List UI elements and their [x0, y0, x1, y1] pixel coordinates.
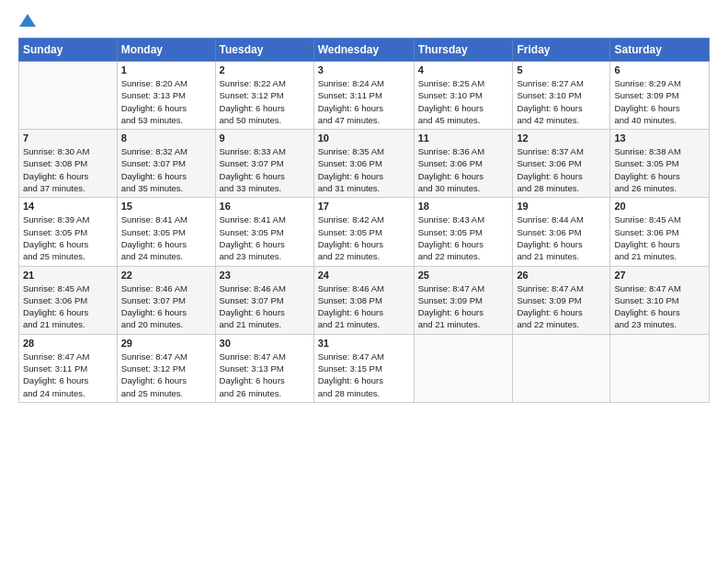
calendar-cell: 10Sunrise: 8:35 AMSunset: 3:06 PMDayligh…	[313, 130, 414, 198]
calendar-table: SundayMondayTuesdayWednesdayThursdayFrid…	[18, 38, 710, 403]
day-number: 19	[517, 201, 606, 212]
calendar-row-4: 28Sunrise: 8:47 AMSunset: 3:11 PMDayligh…	[19, 334, 710, 402]
day-info: Sunrise: 8:42 AMSunset: 3:05 PMDaylight:…	[318, 213, 410, 262]
calendar-cell: 30Sunrise: 8:47 AMSunset: 3:13 PMDayligh…	[215, 334, 313, 402]
day-info: Sunrise: 8:45 AMSunset: 3:06 PMDaylight:…	[23, 282, 113, 331]
header	[18, 17, 710, 29]
calendar-cell: 20Sunrise: 8:45 AMSunset: 3:06 PMDayligh…	[610, 198, 710, 266]
day-number: 29	[121, 338, 211, 349]
logo-icon	[19, 14, 36, 29]
calendar-cell: 25Sunrise: 8:47 AMSunset: 3:09 PMDayligh…	[414, 266, 513, 334]
calendar-cell: 12Sunrise: 8:37 AMSunset: 3:06 PMDayligh…	[513, 130, 610, 198]
day-info: Sunrise: 8:47 AMSunset: 3:10 PMDaylight:…	[614, 282, 705, 331]
calendar-cell: 8Sunrise: 8:32 AMSunset: 3:07 PMDaylight…	[117, 130, 215, 198]
col-header-sunday: Sunday	[19, 39, 118, 62]
calendar-cell: 21Sunrise: 8:45 AMSunset: 3:06 PMDayligh…	[19, 266, 118, 334]
col-header-wednesday: Wednesday	[313, 39, 414, 62]
day-number: 21	[23, 270, 113, 281]
calendar-row-0: 1Sunrise: 8:20 AMSunset: 3:13 PMDaylight…	[19, 62, 710, 130]
calendar-cell: 2Sunrise: 8:22 AMSunset: 3:12 PMDaylight…	[215, 62, 313, 130]
day-info: Sunrise: 8:27 AMSunset: 3:10 PMDaylight:…	[517, 77, 606, 126]
day-info: Sunrise: 8:41 AMSunset: 3:05 PMDaylight:…	[220, 213, 310, 262]
day-number: 1	[121, 64, 211, 75]
calendar-cell: 9Sunrise: 8:33 AMSunset: 3:07 PMDaylight…	[215, 130, 313, 198]
calendar-cell: 15Sunrise: 8:41 AMSunset: 3:05 PMDayligh…	[117, 198, 215, 266]
day-info: Sunrise: 8:24 AMSunset: 3:11 PMDaylight:…	[318, 77, 410, 126]
day-number: 22	[121, 270, 211, 281]
day-number: 18	[418, 201, 509, 212]
calendar-cell: 19Sunrise: 8:44 AMSunset: 3:06 PMDayligh…	[513, 198, 610, 266]
calendar-cell: 18Sunrise: 8:43 AMSunset: 3:05 PMDayligh…	[414, 198, 513, 266]
calendar-cell: 14Sunrise: 8:39 AMSunset: 3:05 PMDayligh…	[19, 198, 118, 266]
day-number: 2	[220, 64, 310, 75]
calendar-cell: 5Sunrise: 8:27 AMSunset: 3:10 PMDaylight…	[513, 62, 610, 130]
day-number: 14	[23, 201, 113, 212]
col-header-thursday: Thursday	[414, 39, 513, 62]
day-info: Sunrise: 8:46 AMSunset: 3:08 PMDaylight:…	[318, 282, 410, 331]
calendar-row-1: 7Sunrise: 8:30 AMSunset: 3:08 PMDaylight…	[19, 130, 710, 198]
calendar-cell: 13Sunrise: 8:38 AMSunset: 3:05 PMDayligh…	[610, 130, 710, 198]
calendar-cell: 16Sunrise: 8:41 AMSunset: 3:05 PMDayligh…	[215, 198, 313, 266]
calendar-cell	[513, 334, 610, 402]
day-number: 6	[614, 64, 705, 75]
col-header-monday: Monday	[117, 39, 215, 62]
calendar-cell: 6Sunrise: 8:29 AMSunset: 3:09 PMDaylight…	[610, 62, 710, 130]
day-number: 15	[121, 201, 211, 212]
day-info: Sunrise: 8:43 AMSunset: 3:05 PMDaylight:…	[418, 213, 509, 262]
day-info: Sunrise: 8:47 AMSunset: 3:13 PMDaylight:…	[220, 350, 310, 399]
calendar-cell: 22Sunrise: 8:46 AMSunset: 3:07 PMDayligh…	[117, 266, 215, 334]
day-number: 20	[614, 201, 705, 212]
page: SundayMondayTuesdayWednesdayThursdayFrid…	[0, 0, 728, 412]
day-info: Sunrise: 8:39 AMSunset: 3:05 PMDaylight:…	[23, 213, 113, 262]
calendar-cell	[414, 334, 513, 402]
calendar-cell: 31Sunrise: 8:47 AMSunset: 3:15 PMDayligh…	[313, 334, 414, 402]
calendar-cell: 26Sunrise: 8:47 AMSunset: 3:09 PMDayligh…	[513, 266, 610, 334]
day-info: Sunrise: 8:37 AMSunset: 3:06 PMDaylight:…	[517, 145, 606, 194]
calendar-row-3: 21Sunrise: 8:45 AMSunset: 3:06 PMDayligh…	[19, 266, 710, 334]
day-info: Sunrise: 8:47 AMSunset: 3:12 PMDaylight:…	[121, 350, 211, 399]
calendar-cell: 1Sunrise: 8:20 AMSunset: 3:13 PMDaylight…	[117, 62, 215, 130]
day-number: 16	[220, 201, 310, 212]
day-info: Sunrise: 8:47 AMSunset: 3:11 PMDaylight:…	[23, 350, 113, 399]
day-number: 4	[418, 64, 509, 75]
col-header-tuesday: Tuesday	[215, 39, 313, 62]
day-info: Sunrise: 8:47 AMSunset: 3:09 PMDaylight:…	[517, 282, 606, 331]
day-number: 31	[318, 338, 410, 349]
day-number: 5	[517, 64, 606, 75]
calendar-cell: 17Sunrise: 8:42 AMSunset: 3:05 PMDayligh…	[313, 198, 414, 266]
day-info: Sunrise: 8:30 AMSunset: 3:08 PMDaylight:…	[23, 145, 113, 194]
day-number: 10	[318, 132, 410, 144]
day-info: Sunrise: 8:20 AMSunset: 3:13 PMDaylight:…	[121, 77, 211, 126]
day-info: Sunrise: 8:41 AMSunset: 3:05 PMDaylight:…	[121, 213, 211, 262]
calendar-cell: 28Sunrise: 8:47 AMSunset: 3:11 PMDayligh…	[19, 334, 118, 402]
day-number: 25	[418, 270, 509, 281]
day-number: 11	[418, 132, 509, 144]
logo	[18, 17, 36, 29]
day-info: Sunrise: 8:47 AMSunset: 3:15 PMDaylight:…	[318, 350, 410, 399]
day-number: 17	[318, 201, 410, 212]
day-info: Sunrise: 8:44 AMSunset: 3:06 PMDaylight:…	[517, 213, 606, 262]
day-info: Sunrise: 8:29 AMSunset: 3:09 PMDaylight:…	[614, 77, 705, 126]
day-info: Sunrise: 8:38 AMSunset: 3:05 PMDaylight:…	[614, 145, 705, 194]
day-info: Sunrise: 8:46 AMSunset: 3:07 PMDaylight:…	[220, 282, 310, 331]
day-number: 24	[318, 270, 410, 281]
day-info: Sunrise: 8:47 AMSunset: 3:09 PMDaylight:…	[418, 282, 509, 331]
calendar-cell: 7Sunrise: 8:30 AMSunset: 3:08 PMDaylight…	[19, 130, 118, 198]
day-info: Sunrise: 8:32 AMSunset: 3:07 PMDaylight:…	[121, 145, 211, 194]
day-number: 26	[517, 270, 606, 281]
day-number: 27	[614, 270, 705, 281]
day-info: Sunrise: 8:45 AMSunset: 3:06 PMDaylight:…	[614, 213, 705, 262]
day-number: 7	[23, 132, 113, 144]
calendar-cell	[19, 62, 118, 130]
day-number: 8	[121, 132, 211, 144]
calendar-row-2: 14Sunrise: 8:39 AMSunset: 3:05 PMDayligh…	[19, 198, 710, 266]
day-info: Sunrise: 8:33 AMSunset: 3:07 PMDaylight:…	[220, 145, 310, 194]
day-info: Sunrise: 8:22 AMSunset: 3:12 PMDaylight:…	[220, 77, 310, 126]
calendar-cell: 29Sunrise: 8:47 AMSunset: 3:12 PMDayligh…	[117, 334, 215, 402]
day-number: 3	[318, 64, 410, 75]
day-number: 12	[517, 132, 606, 144]
day-info: Sunrise: 8:25 AMSunset: 3:10 PMDaylight:…	[418, 77, 509, 126]
day-number: 9	[220, 132, 310, 144]
calendar-cell	[610, 334, 710, 402]
col-header-friday: Friday	[513, 39, 610, 62]
